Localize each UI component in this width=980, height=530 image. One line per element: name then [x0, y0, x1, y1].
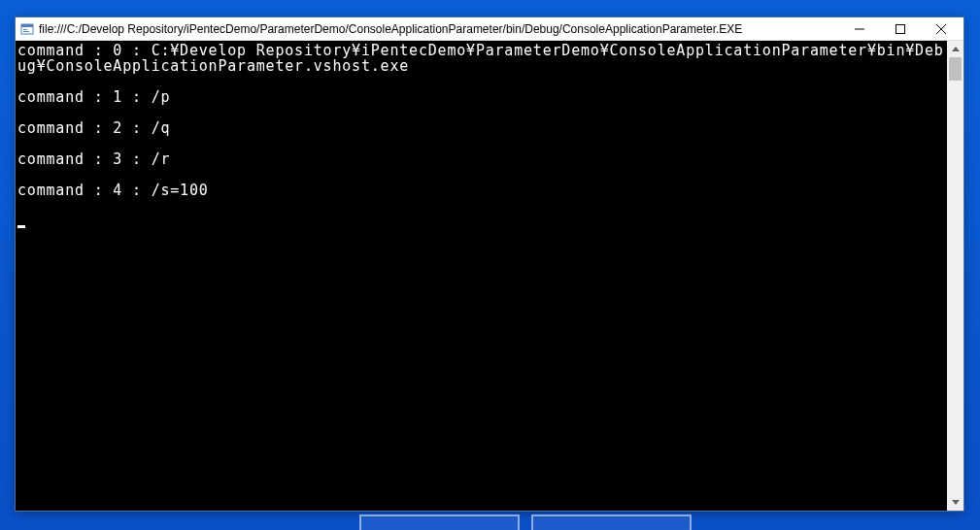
- titlebar[interactable]: file:///C:/Develop Repository/iPentecDem…: [16, 17, 963, 41]
- vertical-scrollbar[interactable]: [947, 41, 963, 511]
- svg-rect-1: [21, 24, 33, 27]
- console-line: command : 0 : C:¥Develop Repository¥iPen…: [17, 43, 945, 74]
- app-icon: [20, 22, 34, 36]
- minimize-button[interactable]: [839, 18, 880, 40]
- close-button[interactable]: [921, 18, 962, 40]
- taskbar-items: [359, 514, 692, 530]
- maximize-button[interactable]: [880, 18, 921, 40]
- cursor-line: [17, 214, 945, 229]
- cursor-icon: [17, 225, 25, 228]
- scroll-thumb[interactable]: [949, 57, 962, 81]
- svg-rect-2: [23, 29, 27, 30]
- console-line: command : 3 : /r: [17, 151, 945, 167]
- window-controls: [839, 17, 962, 40]
- console-line: [17, 136, 945, 151]
- scroll-up-button[interactable]: [947, 41, 963, 57]
- console-line: command : 2 : /q: [17, 120, 945, 136]
- scroll-down-button[interactable]: [947, 494, 963, 511]
- svg-marker-8: [952, 47, 960, 51]
- console-window: file:///C:/Develop Repository/iPentecDem…: [15, 17, 964, 512]
- console-line: [17, 198, 945, 214]
- taskbar-item[interactable]: [531, 514, 692, 530]
- console-line: command : 1 : /p: [17, 89, 945, 105]
- svg-marker-9: [952, 500, 960, 505]
- svg-rect-5: [896, 24, 905, 33]
- scroll-track[interactable]: [947, 57, 963, 494]
- console-line: [17, 105, 945, 120]
- taskbar-item[interactable]: [359, 514, 520, 530]
- console-area: command : 0 : C:¥Develop Repository¥iPen…: [16, 41, 963, 511]
- console-line: [17, 74, 945, 89]
- console-output[interactable]: command : 0 : C:¥Develop Repository¥iPen…: [16, 41, 947, 511]
- console-line: command : 4 : /s=100: [17, 182, 945, 198]
- console-line: [17, 167, 945, 182]
- svg-rect-3: [23, 31, 29, 32]
- window-title: file:///C:/Develop Repository/iPentecDem…: [39, 22, 839, 36]
